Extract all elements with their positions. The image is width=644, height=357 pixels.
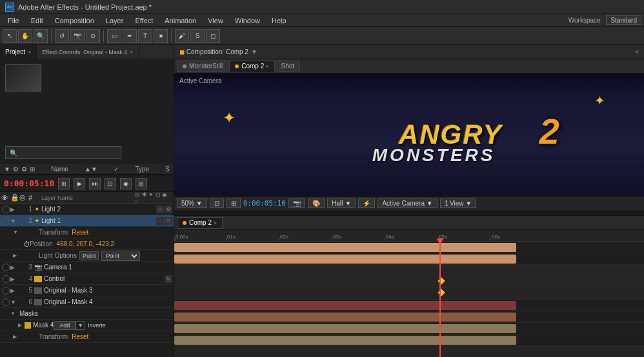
tab-monsterstill[interactable]: MonsterStill xyxy=(177,61,228,72)
layer-2-settings[interactable]: ⊡ xyxy=(165,217,172,225)
tool-rotate[interactable]: ↺ xyxy=(55,29,69,43)
quality-btn[interactable]: Half ▼ xyxy=(327,198,356,208)
tool-camera[interactable]: 📷 xyxy=(70,29,85,43)
workspace-selector[interactable]: Standard xyxy=(606,15,641,25)
tl-btn-4[interactable]: ⊡ xyxy=(105,178,116,189)
light-options-expand[interactable]: ▶ xyxy=(13,253,19,258)
tool-clone[interactable]: S xyxy=(190,29,205,43)
mask4-invert-btn[interactable]: Inverte xyxy=(88,322,106,329)
menu-effect[interactable]: Effect xyxy=(130,15,158,26)
tab-comp2-close[interactable]: × xyxy=(265,63,268,70)
menu-help[interactable]: Help xyxy=(267,15,292,26)
layer-row-4[interactable]: ▶ 4 Control fx xyxy=(0,273,174,285)
tab-project[interactable]: Project × xyxy=(0,45,37,59)
project-tab-close[interactable]: × xyxy=(28,49,31,55)
layer-5-expand[interactable]: ▶ xyxy=(10,287,17,294)
tl-bar-4[interactable] xyxy=(174,313,516,322)
menu-file[interactable]: File xyxy=(3,15,25,26)
playhead[interactable] xyxy=(439,242,441,357)
menu-animation[interactable]: Animation xyxy=(159,15,201,26)
tab-shot[interactable]: Shot xyxy=(276,61,301,72)
layer-1-eye[interactable] xyxy=(2,206,10,213)
tab-comp2[interactable]: Comp 2 × xyxy=(229,61,274,72)
mask4-expand[interactable]: ▶ xyxy=(18,322,25,328)
tl-tab-close[interactable]: × xyxy=(214,220,217,226)
comp-panel-close[interactable]: ▼ xyxy=(251,48,257,55)
view-btn[interactable]: Active Camera ▼ xyxy=(377,198,437,208)
masks-expand[interactable]: ▼ xyxy=(10,311,17,316)
light-type-btn[interactable]: Point xyxy=(79,251,99,260)
layer-5-eye[interactable] xyxy=(2,287,10,294)
menu-edit[interactable]: Edit xyxy=(26,15,48,26)
tool-pen[interactable]: ✒ xyxy=(123,29,137,43)
layer-row-1[interactable]: ▶ 1 ✦ Light 2 ○ ⚙ xyxy=(0,204,174,215)
project-search-input[interactable] xyxy=(5,146,121,159)
resolution-btn[interactable]: ⊞ xyxy=(226,198,241,208)
mask4-add-btn[interactable]: Add xyxy=(54,321,75,330)
comp-panel-menu[interactable]: × xyxy=(635,48,639,55)
fit-btn[interactable]: ⊡ xyxy=(210,198,224,208)
transform-expand[interactable]: ▼ xyxy=(13,229,19,235)
tool-eraser[interactable]: ◻ xyxy=(206,29,220,43)
tool-orbit[interactable]: ⊙ xyxy=(86,29,100,43)
layer-1-expand[interactable]: ▶ xyxy=(10,206,17,213)
tool-text[interactable]: T xyxy=(138,29,152,43)
transform-bottom-reset[interactable]: Reset xyxy=(72,333,88,340)
layer-6-eye[interactable] xyxy=(2,298,10,306)
tool-shape[interactable]: ★ xyxy=(154,29,168,43)
tl-bar-2[interactable] xyxy=(174,255,516,264)
tool-mask[interactable]: ▭ xyxy=(107,29,121,43)
layer-4-expand[interactable]: ▶ xyxy=(10,276,17,282)
layer-row-5[interactable]: ▶ 5 Original - Mask 3 xyxy=(0,285,174,296)
menu-view[interactable]: View xyxy=(203,15,228,26)
layer-row-3[interactable]: ▶ 3 📷 Camera 1 xyxy=(0,262,174,273)
tl-bar-6[interactable] xyxy=(174,336,516,345)
tl-bg-masks xyxy=(174,346,644,357)
main-layout: Project × Effect Controls: Original - Ma… xyxy=(0,45,644,357)
position-value[interactable]: 468.0, 207.0, -423.2 xyxy=(57,240,115,247)
layer-6-name: Original - Mask 4 xyxy=(44,298,172,305)
position-stopwatch[interactable]: ⏱ xyxy=(23,240,30,248)
transform-bottom-expand[interactable]: ▶ xyxy=(13,334,19,340)
tl-btn-3[interactable]: ⏭ xyxy=(89,178,101,189)
layer-3-expand[interactable]: ▶ xyxy=(10,264,17,271)
transform-reset[interactable]: Reset xyxy=(72,229,88,236)
light-type-dropdown[interactable]: Point Spot Ambient xyxy=(101,251,140,261)
layer-row-6[interactable]: ▼ 6 Original - Mask 4 xyxy=(0,296,174,308)
tl-btn-1[interactable]: ⊞ xyxy=(58,178,70,189)
layer-2-eye[interactable] xyxy=(2,217,10,225)
tool-select[interactable]: ↖ xyxy=(3,29,17,43)
menu-composition[interactable]: Composition xyxy=(50,15,99,26)
tab-effect-controls[interactable]: Effect Controls: Original - Mask 4 × xyxy=(37,45,139,59)
layer-1-solo[interactable]: ○ xyxy=(156,206,164,213)
tl-bar-3[interactable] xyxy=(174,301,516,310)
layer-4-fx[interactable]: fx xyxy=(165,275,172,283)
tool-zoom[interactable]: 🔍 xyxy=(34,29,48,43)
fast-preview-btn[interactable]: ⚡ xyxy=(358,198,375,208)
layer-2-expand[interactable]: ▼ xyxy=(10,218,17,224)
tool-hand[interactable]: ✋ xyxy=(18,29,32,43)
viewer-timecode: 0:00:05:10 xyxy=(243,199,286,207)
layer-row-2[interactable]: ▼ 2 ✦ Light 1 ○ ⊡ xyxy=(0,215,174,227)
add-dropdown-arrow[interactable]: ▼ xyxy=(75,321,85,330)
tl-btn-5[interactable]: ◉ xyxy=(120,178,132,189)
layout-btn[interactable]: 1 View ▼ xyxy=(440,198,477,208)
effect-tab-close[interactable]: × xyxy=(130,49,133,55)
layer-2-solo[interactable]: ○ xyxy=(156,217,164,225)
color-btn[interactable]: 🎨 xyxy=(308,198,325,208)
layer-6-expand[interactable]: ▼ xyxy=(10,299,17,305)
layer-4-eye[interactable] xyxy=(2,275,10,283)
tl-bar-5[interactable] xyxy=(174,324,516,333)
layer-3-eye[interactable] xyxy=(2,264,10,271)
snapshot-btn[interactable]: 📷 xyxy=(288,198,305,208)
mark-4: 04s xyxy=(386,234,394,240)
tl-btn-2[interactable]: ▶ xyxy=(74,178,85,189)
tl-btn-6[interactable]: ⊞ xyxy=(136,178,147,189)
tab-comp2-tl[interactable]: Comp 2 × xyxy=(177,217,223,229)
tool-paint[interactable]: 🖌 xyxy=(175,29,189,43)
tl-bar-1[interactable] xyxy=(174,243,516,252)
layer-1-settings[interactable]: ⚙ xyxy=(165,206,172,213)
zoom-display[interactable]: 50% ▼ xyxy=(177,198,207,208)
menu-layer[interactable]: Layer xyxy=(101,15,129,26)
menu-window[interactable]: Window xyxy=(230,15,265,26)
